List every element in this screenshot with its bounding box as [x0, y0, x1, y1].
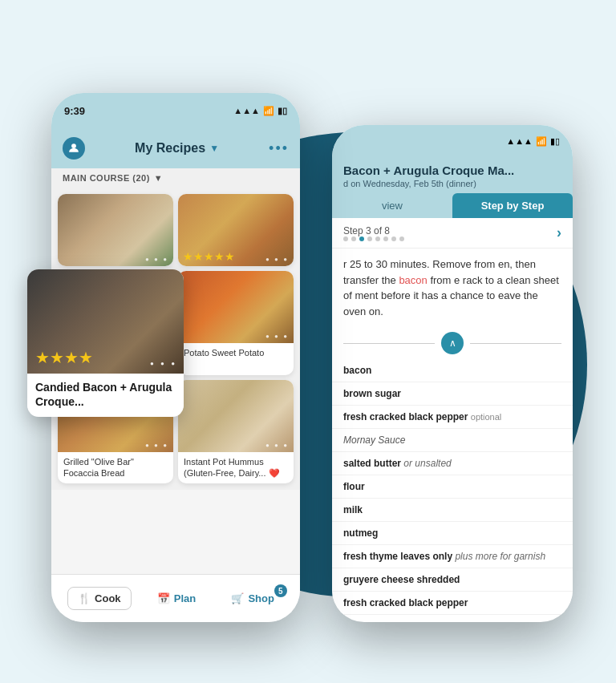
recipes-title: My Recipes	[135, 141, 205, 156]
step-navigation: Step 3 of 8 ›	[332, 218, 573, 249]
tab-shop[interactable]: 🛒 Shop 5	[221, 588, 284, 609]
card-dots: ● ● ●	[265, 256, 289, 263]
tab-review[interactable]: view	[332, 193, 452, 218]
more-options-icon[interactable]: •••	[269, 140, 289, 157]
dot-8	[399, 236, 404, 241]
featured-image: ★★★★ ● ● ●	[27, 269, 184, 374]
recipe-title-sweetpotato: Potato Sweet Potato	[178, 343, 294, 363]
divider-left	[343, 343, 435, 344]
dot-7	[391, 236, 396, 241]
card-dots: ● ● ●	[265, 442, 289, 449]
ingredient-thyme: fresh thyme leaves only plus more for ga…	[332, 545, 573, 568]
featured-card[interactable]: ★★★★ ● ● ● Candied Bacon + Arugula Croqu…	[27, 269, 184, 417]
featured-title: Candied Bacon + Arugula Croque...	[27, 374, 184, 417]
bottom-tabs: 🍴 Cook 📅 Plan 🛒 Shop 5	[51, 574, 300, 622]
signal-icon-right: ▲▲▲	[506, 136, 533, 146]
dot-6	[383, 236, 388, 241]
step-progress-dots	[343, 236, 404, 241]
dot-5	[375, 236, 380, 241]
review-tab-label: view	[382, 200, 403, 212]
step-label: Step 3 of 8	[343, 225, 404, 236]
recipe-subtitle: d on Wednesday, Feb 5th (dinner)	[343, 179, 561, 188]
featured-dots: ● ● ●	[150, 360, 177, 367]
plan-label: Plan	[174, 592, 196, 604]
cook-icon: 🍴	[78, 592, 91, 604]
card-dots: ● ● ●	[265, 333, 289, 340]
recipe-stars: ★★★★★	[183, 250, 235, 263]
recipe-card-quiche[interactable]: ● ● ●	[58, 194, 173, 266]
ingredient-cracked-pepper: fresh cracked black pepper	[332, 592, 573, 615]
highlight-bacon: bacon	[399, 274, 427, 286]
recipe-card-hummus[interactable]: ● ● ● Instant Pot Hummus (Gluten-Free, D…	[178, 380, 294, 484]
card-dots: ● ● ●	[145, 442, 168, 449]
ingredient-milk: milk	[332, 499, 573, 522]
ingredient-bacon: bacon	[332, 359, 573, 382]
signal-icon: ▲▲▲	[233, 106, 260, 115]
ingredient-flour: flour	[332, 475, 573, 499]
recipes-title-area[interactable]: My Recipes ▼	[135, 141, 219, 156]
recipe-image-sweetpotato: ● ● ●	[178, 271, 294, 343]
time-display: 9:39	[64, 105, 85, 117]
nav-bar-left: My Recipes ▼ •••	[51, 128, 300, 168]
section-label: MAIN COURSE (20)	[63, 173, 150, 183]
tab-plan[interactable]: 📅 Plan	[148, 588, 205, 609]
recipe-image-casserole: ★★★★★ ● ● ●	[178, 194, 294, 266]
step-content: r 25 to 30 minutes. Remove from en, then…	[332, 249, 573, 327]
recipe-card-sweetpotato[interactable]: ● ● ● Potato Sweet Potato	[178, 271, 294, 375]
status-icons: ▲▲▲ 📶 ▮▯	[233, 106, 287, 116]
ingredient-black-pepper: fresh cracked black pepper optional	[332, 406, 573, 429]
wifi-icon: 📶	[263, 106, 274, 116]
recipe-image-quiche: ● ● ●	[58, 194, 173, 266]
status-icons-right: ▲▲▲ 📶 ▮▯	[506, 136, 560, 147]
battery-icon-right: ▮▯	[550, 136, 560, 147]
tab-cook[interactable]: 🍴 Cook	[67, 587, 132, 610]
dot-2	[351, 236, 356, 241]
plan-icon: 📅	[157, 592, 170, 604]
dropdown-icon: ▼	[209, 143, 219, 154]
card-dots: ● ● ●	[145, 256, 168, 263]
wifi-icon-right: 📶	[536, 136, 547, 147]
divider-right	[470, 343, 561, 344]
recipe-image-hummus: ● ● ●	[178, 380, 294, 452]
collapse-ingredients-button[interactable]: ∧	[441, 332, 464, 354]
recipe-name: Bacon + Arugula Croque Ma...	[343, 164, 561, 177]
recipe-tabs-row: view Step by Step	[332, 193, 573, 218]
phone-right: ▲▲▲ 📶 ▮▯ Bacon + Arugula Croque Ma... d …	[332, 125, 573, 622]
ingredient-gruyere: gruyere cheese shredded	[332, 568, 573, 592]
recipe-title-hummus: Instant Pot Hummus (Gluten-Free, Dairy..…	[178, 452, 294, 484]
battery-icon: ▮▯	[278, 106, 287, 116]
status-bar-right: ▲▲▲ 📶 ▮▯	[332, 125, 573, 157]
dot-3	[359, 236, 364, 241]
status-bar-left: 9:39 ▲▲▲ 📶 ▮▯	[51, 93, 300, 128]
step-by-step-label: Step by Step	[481, 200, 545, 212]
ingredient-mornay: Mornay Sauce	[332, 429, 573, 452]
shop-badge: 5	[274, 584, 287, 597]
recipe-card-casserole[interactable]: ★★★★★ ● ● ●	[178, 194, 294, 266]
user-avatar-icon[interactable]	[63, 137, 85, 160]
chevron-up-icon: ∧	[449, 337, 456, 349]
filter-icon[interactable]: ▼	[154, 173, 163, 183]
ingredients-toggle[interactable]: ∧	[332, 327, 573, 359]
shop-icon: 🛒	[231, 592, 244, 604]
dot-4	[367, 236, 372, 241]
svg-point-0	[71, 143, 76, 148]
step-info: Step 3 of 8	[343, 225, 404, 241]
recipe-title-bread: Grilled "Olive Bar" Focaccia Bread	[58, 452, 173, 484]
section-header: MAIN COURSE (20) ▼	[51, 168, 300, 188]
phones-container: 9:39 ▲▲▲ 📶 ▮▯ My Recipes ▼ ••• MAIN COUR…	[35, 29, 581, 654]
shop-label: Shop	[248, 592, 274, 604]
cook-label: Cook	[95, 592, 121, 604]
ingredient-nutmeg: nutmeg	[332, 522, 573, 545]
featured-stars: ★★★★	[35, 348, 93, 367]
next-step-icon[interactable]: ›	[557, 224, 561, 241]
ingredients-list: bacon brown sugar fresh cracked black pe…	[332, 359, 573, 615]
tab-step-by-step[interactable]: Step by Step	[452, 193, 573, 218]
dot-1	[343, 236, 348, 241]
recipe-header: Bacon + Arugula Croque Ma... d on Wednes…	[332, 157, 573, 193]
ingredient-brown-sugar: brown sugar	[332, 382, 573, 406]
ingredient-butter: salted butter or unsalted	[332, 452, 573, 475]
